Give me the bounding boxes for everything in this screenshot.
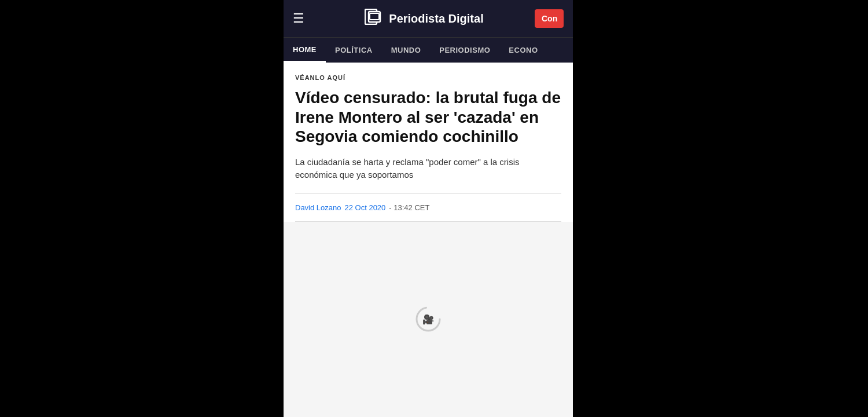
author-link[interactable]: David Lozano: [295, 203, 341, 212]
browser-panel: ☰ Periodista Digital Con HOME POLÍTICA M…: [284, 0, 573, 417]
site-title: Periodista Digital: [389, 12, 483, 25]
nav-item-mundo[interactable]: MUNDO: [382, 38, 431, 63]
loading-spinner: 🎥: [414, 305, 443, 334]
article-time: - 13:42 CET: [389, 203, 429, 212]
nav-item-home[interactable]: HOME: [284, 38, 326, 63]
article-category: VÉANLO AQUÍ: [295, 74, 561, 81]
article-subtitle: La ciudadanía se harta y reclama "poder …: [295, 156, 561, 182]
article-area: VÉANLO AQUÍ Vídeo censurado: la brutal f…: [284, 63, 573, 417]
contact-button[interactable]: Con: [535, 9, 564, 28]
article-meta: David Lozano 22 Oct 2020 - 13:42 CET: [295, 203, 561, 221]
camera-icon: 🎥: [422, 314, 434, 325]
logo-icon: [365, 9, 383, 29]
right-black-panel: [573, 0, 868, 417]
nav-item-politica[interactable]: POLÍTICA: [326, 38, 382, 63]
left-black-panel: [0, 0, 284, 417]
date-link[interactable]: 22 Oct 2020: [345, 203, 386, 212]
hamburger-menu-icon[interactable]: ☰: [293, 11, 304, 26]
nav-item-economia[interactable]: ECONO: [499, 38, 547, 63]
article-content: VÉANLO AQUÍ Vídeo censurado: la brutal f…: [284, 63, 573, 222]
logo-area: Periodista Digital: [314, 9, 535, 29]
article-title: Vídeo censurado: la brutal fuga de Irene…: [295, 88, 561, 147]
site-nav: HOME POLÍTICA MUNDO PERIODISMO ECONO: [284, 37, 573, 63]
nav-item-periodismo[interactable]: PERIODISMO: [430, 38, 499, 63]
video-loading-area: 🎥: [284, 222, 573, 417]
site-header: ☰ Periodista Digital Con: [284, 0, 573, 37]
article-divider-top: [295, 193, 561, 194]
